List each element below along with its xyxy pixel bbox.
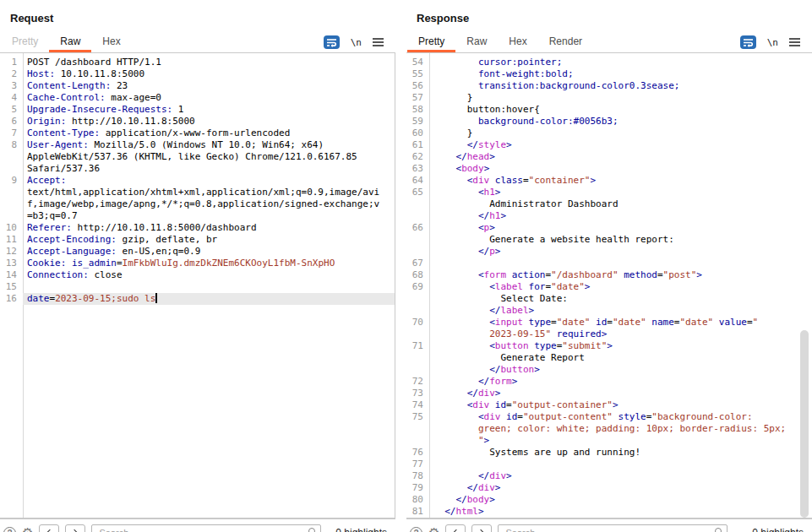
request-editor[interactable]: 1POST /dashboard HTTP/1.12Host: 10.10.11… xyxy=(0,52,395,518)
code-line[interactable]: 65 <h1> xyxy=(406,187,812,198)
code-line[interactable]: 2Host: 10.10.11.8:5000 xyxy=(0,68,395,80)
code-line[interactable]: </button> xyxy=(406,364,812,376)
code-line[interactable]: 61 </style> xyxy=(406,139,812,151)
code-line[interactable]: 74 <div id="output-container"> xyxy=(406,399,812,411)
response-tab-hex[interactable]: Hex xyxy=(498,30,537,52)
line-number: 12 xyxy=(0,246,23,258)
code-line[interactable]: 81 </html> xyxy=(406,506,812,518)
code-line[interactable]: 3Content-Length: 23 xyxy=(0,80,395,92)
code-line[interactable]: 62 </head> xyxy=(406,151,812,163)
code-line[interactable]: </label> xyxy=(406,305,812,317)
line-number: 71 xyxy=(406,340,429,352)
response-tab-render[interactable]: Render xyxy=(538,30,593,52)
code-line[interactable]: 77 xyxy=(406,459,812,470)
line-number xyxy=(406,328,429,340)
code-line[interactable]: 67 xyxy=(406,258,812,269)
code-line[interactable]: 64 <div class="container"> xyxy=(406,175,812,187)
code-line[interactable]: AppleWebKit/537.36 (KHTML, like Gecko) C… xyxy=(0,151,395,163)
code-line[interactable]: 72 </form> xyxy=(406,376,812,388)
line-number: 54 xyxy=(406,57,429,68)
search-icon xyxy=(715,528,722,532)
code-line[interactable]: 6Origin: http://10.10.11.8:5000 xyxy=(0,116,395,128)
code-line[interactable]: 1POST /dashboard HTTP/1.1 xyxy=(0,57,395,68)
line-number: 65 xyxy=(406,187,429,198)
response-tab-pretty[interactable]: Pretty xyxy=(407,30,455,52)
code-line[interactable]: 80 </body> xyxy=(406,494,812,506)
response-editor[interactable]: 54 cursor:pointer;55 font-weight:bold;56… xyxy=(406,52,812,518)
code-line[interactable]: 14Connection: close xyxy=(0,269,395,281)
gear-icon[interactable]: ⚙ xyxy=(22,527,33,532)
code-line[interactable]: Generate a website health report: xyxy=(406,234,812,246)
code-line[interactable]: 57 } xyxy=(406,92,812,104)
code-line[interactable]: "> xyxy=(406,435,812,447)
code-line[interactable]: 56 transition:background-color0.3sease; xyxy=(406,80,812,92)
soft-wrap-icon[interactable] xyxy=(740,35,756,49)
code-line[interactable]: 54 cursor:pointer; xyxy=(406,57,812,68)
response-tab-raw[interactable]: Raw xyxy=(455,30,498,52)
code-line[interactable]: Select Date: xyxy=(406,293,812,305)
search-next-button[interactable] xyxy=(471,524,492,532)
hamburger-menu-icon[interactable] xyxy=(373,38,384,46)
request-tab-raw[interactable]: Raw xyxy=(49,30,91,52)
help-icon[interactable]: ? xyxy=(410,527,422,532)
code-line[interactable]: 73 </div> xyxy=(406,388,812,399)
highlights-count: 0 highlights xyxy=(335,527,389,532)
code-line[interactable]: Safari/537.36 xyxy=(0,163,395,175)
code-line[interactable]: f,image/webp,image/apng,*/*;q=0.8,applic… xyxy=(0,198,395,210)
code-line[interactable]: 16date=2023-09-15;sudo ls xyxy=(0,293,395,305)
code-line[interactable]: 69 <label for="date"> xyxy=(406,281,812,293)
code-line[interactable]: 10Referer: http://10.10.11.8:5000/dashbo… xyxy=(0,222,395,234)
code-line[interactable]: 15 xyxy=(0,281,395,293)
show-newlines-toggle[interactable]: \n xyxy=(767,37,778,48)
code-line[interactable]: 59 background-color:#0056b3; xyxy=(406,116,812,128)
line-number: 13 xyxy=(0,258,23,269)
code-line[interactable]: 12Accept-Language: en-US,en;q=0.9 xyxy=(0,246,395,258)
code-line[interactable]: 5Upgrade-Insecure-Requests: 1 xyxy=(0,104,395,116)
code-line[interactable]: 68 <form action="/dashboard" method="pos… xyxy=(406,269,812,281)
search-input[interactable] xyxy=(498,524,728,532)
line-number: 58 xyxy=(406,104,429,116)
code-line[interactable]: 58 button:hover{ xyxy=(406,104,812,116)
code-line[interactable]: green; color: white; padding: 10px; bord… xyxy=(406,423,812,435)
code-line[interactable]: 8User-Agent: Mozilla/5.0 (Windows NT 10.… xyxy=(0,139,395,151)
search-next-button[interactable] xyxy=(65,524,85,532)
code-line[interactable]: 78 </div> xyxy=(406,470,812,482)
show-newlines-toggle[interactable]: \n xyxy=(351,37,362,48)
code-line[interactable]: =b3;q=0.7 xyxy=(0,210,395,222)
hamburger-menu-icon[interactable] xyxy=(789,38,800,46)
vertical-scrollbar[interactable] xyxy=(800,330,809,518)
request-panel-title: Request xyxy=(10,12,53,24)
search-icon xyxy=(308,528,315,532)
search-prev-button[interactable] xyxy=(39,524,59,532)
code-line[interactable]: 76 Systems are up and running! xyxy=(406,447,812,459)
soft-wrap-icon[interactable] xyxy=(324,35,340,49)
code-line[interactable]: text/html,application/xhtml+xml,applicat… xyxy=(0,187,395,198)
code-line[interactable]: 63 <body> xyxy=(406,163,812,175)
code-line[interactable]: 4Cache-Control: max-age=0 xyxy=(0,92,395,104)
request-tab-hex[interactable]: Hex xyxy=(91,30,131,52)
code-line[interactable]: 60 } xyxy=(406,128,812,139)
code-line[interactable]: Generate Report xyxy=(406,352,812,364)
code-line[interactable]: 70 <input type="date" id="date" name="da… xyxy=(406,317,812,328)
code-line[interactable]: 13Cookie: is_admin=ImFkbWluIg.dmzDkZNEm6… xyxy=(0,258,395,269)
request-tab-pretty[interactable]: Pretty xyxy=(1,30,49,52)
code-line[interactable]: 79 </div> xyxy=(406,482,812,494)
code-line[interactable]: 2023-09-15" required> xyxy=(406,328,812,340)
line-number: 81 xyxy=(406,506,429,518)
code-line[interactable]: 55 font-weight:bold; xyxy=(406,68,812,80)
code-line[interactable]: </p> xyxy=(406,246,812,258)
code-line[interactable]: 66 <p> xyxy=(406,222,812,234)
search-prev-button[interactable] xyxy=(445,524,466,532)
code-line[interactable]: 7Content-Type: application/x-www-form-ur… xyxy=(0,128,395,139)
code-line[interactable]: 75 <div id="output-content" style="backg… xyxy=(406,411,812,423)
code-line[interactable]: 71 <button type="submit"> xyxy=(406,340,812,352)
code-line[interactable]: 11Accept-Encoding: gzip, deflate, br xyxy=(0,234,395,246)
line-number: 55 xyxy=(406,68,429,80)
help-icon[interactable]: ? xyxy=(3,527,16,532)
code-line[interactable]: Administrator Dashboard xyxy=(406,198,812,210)
line-number: 61 xyxy=(406,139,429,151)
search-input[interactable] xyxy=(91,524,321,532)
gear-icon[interactable]: ⚙ xyxy=(428,527,439,532)
code-line[interactable]: </h1> xyxy=(406,210,812,222)
code-line[interactable]: 9Accept: xyxy=(0,175,395,187)
